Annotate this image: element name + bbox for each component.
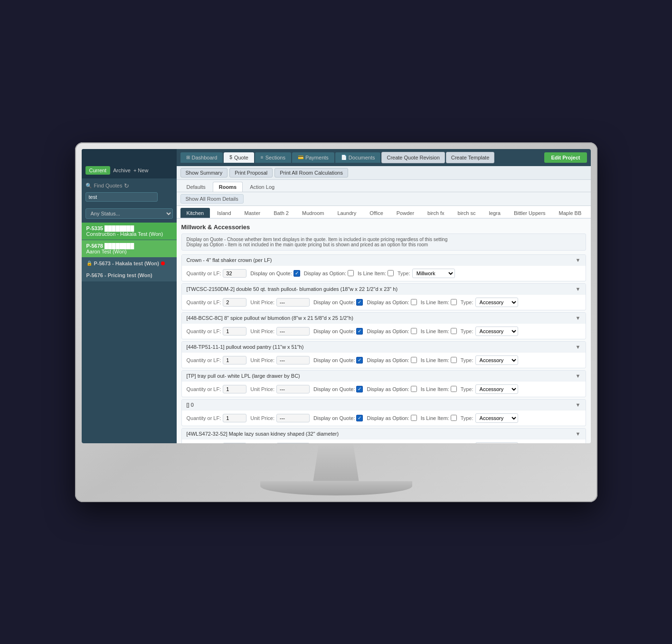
unit-price-input-5[interactable] — [276, 385, 310, 393]
display-on-quote-checkbox-2[interactable]: ✓ — [356, 299, 363, 306]
item-header-5[interactable]: [TP] tray pull out- white LPL (large dra… — [182, 371, 586, 381]
qty-input-5[interactable] — [223, 385, 246, 393]
kitchen-tab-master[interactable]: Master — [238, 208, 267, 218]
create-template-button[interactable]: Create Template — [446, 152, 495, 163]
monitor-wrapper: Current Archive + New 🔍 Find Quotes ↻ — [75, 142, 597, 502]
tab-documents[interactable]: 📄 Documents — [335, 152, 381, 163]
display-on-quote-checkbox-4[interactable]: ✓ — [356, 357, 363, 364]
is-line-item-checkbox-1[interactable] — [388, 270, 394, 276]
kitchen-tab-do[interactable]: Do — [588, 208, 590, 218]
unit-price-input-2[interactable] — [276, 298, 310, 307]
current-button[interactable]: Current — [85, 166, 111, 175]
kitchen-tab-maplebb[interactable]: Maple BB — [553, 208, 588, 218]
type-select-2[interactable]: Accessory Millwork — [475, 298, 518, 307]
quote-item-p5676[interactable]: P-5676 - Pricing test (Won) — [82, 270, 177, 281]
tab-documents-label: Documents — [349, 155, 375, 160]
display-on-quote-checkbox-3[interactable]: ✓ — [356, 328, 363, 335]
tab-action-log[interactable]: Action Log — [244, 182, 281, 192]
display-as-option-checkbox-1[interactable] — [348, 270, 354, 276]
display-as-option-checkbox-6[interactable] — [411, 415, 417, 421]
quote-item-p5335[interactable]: P-5335 ████████ Construction - Hakala Te… — [82, 223, 177, 240]
type-select-6[interactable]: Accessory Millwork — [475, 413, 518, 423]
display-on-quote-checkbox-5[interactable]: ✓ — [356, 386, 363, 392]
is-line-item-checkbox-3[interactable] — [451, 328, 457, 334]
display-on-quote-checkbox-1[interactable]: ✓ — [293, 270, 300, 277]
kitchen-tab-kitchen[interactable]: Kitchen — [180, 208, 210, 218]
qty-input-1[interactable] — [223, 269, 246, 278]
display-as-option-checkbox-5[interactable] — [411, 386, 417, 392]
type-select-3[interactable]: Accessory Millwork — [475, 327, 518, 336]
item-header-7[interactable]: [4WLS472-32-52] Maple lazy susan kidney … — [182, 429, 586, 439]
is-line-item-checkbox-4[interactable] — [451, 357, 457, 363]
item-header-4[interactable]: [448-TP51-11-1] pullout wood pantry (11"… — [182, 342, 586, 352]
display-as-option-2: Display as Option: — [367, 299, 416, 305]
type-select-5[interactable]: Accessory Millwork — [475, 384, 518, 394]
unit-price-input-3[interactable] — [276, 327, 310, 336]
print-proposal-button[interactable]: Print Proposal — [229, 168, 273, 177]
show-summary-button[interactable]: Show Summary — [180, 168, 228, 177]
kitchen-tab-bittler[interactable]: Bittler Uppers — [508, 208, 552, 218]
qty-input-2[interactable] — [223, 298, 246, 307]
item-header-2[interactable]: [TWCSC-2150DM-2] double 50 qt. trash pul… — [182, 284, 586, 294]
status-select[interactable]: Any Status... — [85, 208, 173, 219]
display-as-option-checkbox-4[interactable] — [411, 357, 417, 363]
edit-project-button[interactable]: Edit Project — [544, 152, 587, 163]
collapse-btn-4[interactable]: ▼ — [576, 344, 581, 350]
quote-list: P-5335 ████████ Construction - Hakala Te… — [82, 223, 177, 443]
display-on-quote-checkbox-6[interactable]: ✓ — [356, 415, 363, 421]
tab-payments[interactable]: 💳 Payments — [292, 152, 334, 163]
kitchen-tab-laundry[interactable]: Laundry — [331, 208, 362, 218]
qty-input-3[interactable] — [223, 327, 246, 336]
collapse-btn-1[interactable]: ▼ — [576, 257, 581, 263]
tab-quote[interactable]: $ Quote — [224, 152, 254, 163]
quote-item-p5673[interactable]: 🔒 P-5673 - Hakala test (Won) — [82, 258, 177, 270]
item-header-1[interactable]: Crown - 4" flat shaker crown (per LF) ▼ — [182, 255, 586, 265]
unit-price-input-6[interactable] — [276, 414, 310, 422]
tab-sections[interactable]: ≡ Sections — [255, 152, 291, 163]
monitor-bezel: Current Archive + New 🔍 Find Quotes ↻ — [75, 142, 597, 502]
qty-input-4[interactable] — [223, 356, 246, 364]
show-all-room-details-button[interactable]: Show All Room Details — [180, 194, 244, 204]
type-label-2: Type: — [461, 299, 473, 305]
refresh-button[interactable]: ↻ — [124, 182, 129, 189]
tab-defaults[interactable]: Defaults — [180, 182, 212, 192]
collapse-btn-7[interactable]: ▼ — [576, 431, 581, 437]
is-line-item-checkbox-2[interactable] — [451, 299, 457, 305]
display-as-option-checkbox-3[interactable] — [411, 328, 417, 334]
is-line-item-checkbox-5[interactable] — [451, 386, 457, 392]
kitchen-tab-island[interactable]: Island — [211, 208, 237, 218]
tab-dashboard[interactable]: ⊞ Dashboard — [180, 152, 223, 163]
kitchen-tab-birchsc[interactable]: birch sc — [452, 208, 482, 218]
display-as-option-checkbox-2[interactable] — [411, 299, 417, 305]
kitchen-tab-powder[interactable]: Powder — [390, 208, 420, 218]
new-button[interactable]: + New — [133, 168, 149, 173]
archive-button[interactable]: Archive — [113, 168, 131, 173]
unit-price-input-7[interactable] — [276, 443, 310, 443]
quote-item-p5678[interactable]: P-5678 ████████ Aaron Test (Won) — [82, 240, 177, 258]
collapse-btn-2[interactable]: ▼ — [576, 286, 581, 292]
is-line-item-checkbox-6[interactable] — [451, 415, 457, 421]
item-header-6[interactable]: [] 0 ▼ — [182, 400, 586, 410]
find-quotes-label: Find Quotes — [94, 183, 123, 188]
search-input[interactable] — [85, 192, 158, 202]
unit-price-input-4[interactable] — [276, 356, 310, 364]
type-select-7[interactable]: Accessory Millwork — [475, 442, 518, 443]
qty-input-7[interactable] — [223, 443, 246, 443]
kitchen-tab-mudroom[interactable]: Mudroom — [296, 208, 330, 218]
kitchen-tab-office[interactable]: Office — [363, 208, 389, 218]
kitchen-tab-bath2[interactable]: Bath 2 — [267, 208, 295, 218]
collapse-btn-6[interactable]: ▼ — [576, 402, 581, 408]
qty-input-6[interactable] — [223, 414, 246, 422]
tab-rooms[interactable]: Rooms — [213, 182, 243, 192]
collapse-btn-3[interactable]: ▼ — [576, 315, 581, 321]
item-header-3[interactable]: [448-BCSC-8C] 8" spice pullout w/ blumot… — [182, 313, 586, 323]
type-select-4[interactable]: Accessory Millwork — [475, 355, 518, 365]
print-all-room-button[interactable]: Print All Room Calculations — [274, 168, 348, 177]
collapse-btn-5[interactable]: ▼ — [576, 373, 581, 379]
create-quote-revision-button[interactable]: Create Quote Revision — [381, 152, 445, 163]
kitchen-tab-birchfx[interactable]: birch fx — [421, 208, 450, 218]
kitchen-tab-legra[interactable]: legra — [483, 208, 506, 218]
type-select-1[interactable]: Millwork Accessory — [412, 269, 455, 278]
item-row-7: Quantity or LF: Unit Price: Display on Q… — [182, 439, 586, 443]
item-block-4: [448-TP51-11-1] pullout wood pantry (11"… — [181, 341, 586, 368]
